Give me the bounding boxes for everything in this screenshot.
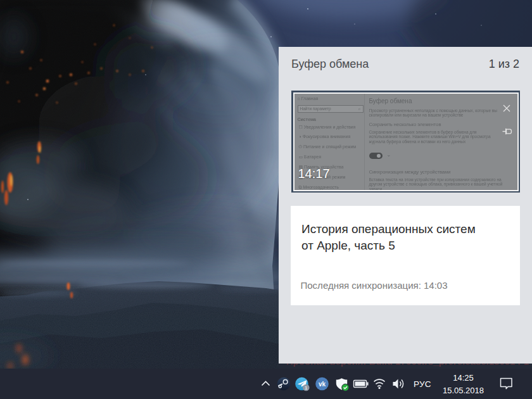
svg-text:1: 1 [305, 385, 308, 391]
svg-text:vk: vk [319, 381, 326, 388]
